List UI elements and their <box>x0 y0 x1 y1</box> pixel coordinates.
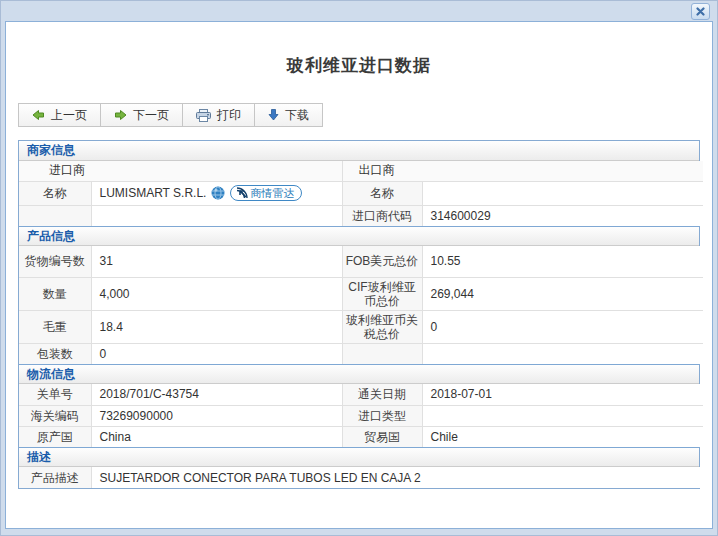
item-count-value: 31 <box>91 246 342 277</box>
exporter-subheader: 出口商 <box>343 162 704 179</box>
quantity-label: 数量 <box>19 277 91 310</box>
print-button[interactable]: 打印 <box>182 103 255 127</box>
prev-page-button[interactable]: 上一页 <box>18 103 101 127</box>
table-row: 产品描述 SUJETARDOR CONECTOR PARA TUBOS LED … <box>19 467 703 488</box>
section-product: 产品信息 货物编号数 31 FOB美元总价 10.55 数量 4,000 CIF… <box>19 226 699 364</box>
table-row: 关单号 2018/701/C-43754 通关日期 2018-07-01 <box>19 384 703 405</box>
data-table: 商家信息 进口商 出口商 名称 LUMISMART S.R.L. <box>18 140 700 489</box>
dialog-window: 玻利维亚进口数据 上一页 下一页 <box>0 0 718 536</box>
tariff-bob-label: 玻利维亚币关税总价 <box>342 310 422 343</box>
quantity-value: 4,000 <box>91 277 342 310</box>
customs-doc-value: 2018/701/C-43754 <box>91 384 342 405</box>
table-row: 名称 LUMISMART S.R.L. <box>19 181 703 205</box>
cif-bob-label: CIF玻利维亚币总价 <box>342 277 422 310</box>
gross-weight-value: 18.4 <box>91 310 342 343</box>
hs-code-label: 海关编码 <box>19 405 91 426</box>
section-logistics: 物流信息 关单号 2018/701/C-43754 通关日期 2018-07-0… <box>19 364 699 447</box>
tariff-bob-value: 0 <box>422 310 703 343</box>
close-icon <box>696 7 705 16</box>
fob-usd-value: 10.55 <box>422 246 703 277</box>
product-description-label: 产品描述 <box>19 467 91 488</box>
importer-code-value: 314600029 <box>422 205 703 226</box>
import-type-value <box>422 405 703 426</box>
table-row: 进口商代码 314600029 <box>19 205 703 226</box>
section-product-title: 产品信息 <box>19 226 699 246</box>
toolbar: 上一页 下一页 打印 <box>18 103 712 127</box>
download-arrow-blue-icon <box>268 109 279 121</box>
download-label: 下载 <box>285 107 309 124</box>
printer-icon <box>196 109 211 122</box>
table-row: 进口商 出口商 <box>19 161 703 181</box>
arrow-right-green-icon <box>114 109 127 121</box>
section-logistics-title: 物流信息 <box>19 364 699 384</box>
globe-icon[interactable] <box>211 186 225 200</box>
importer-subheader: 进口商 <box>19 162 342 179</box>
table-row: 数量 4,000 CIF玻利维亚币总价 269,044 <box>19 277 703 310</box>
logistics-table: 关单号 2018/701/C-43754 通关日期 2018-07-01 海关编… <box>19 384 703 447</box>
table-row: 海关编码 73269090000 进口类型 <box>19 405 703 426</box>
origin-country-value: China <box>91 426 342 447</box>
package-count-value: 0 <box>91 343 342 364</box>
table-row: 货物编号数 31 FOB美元总价 10.55 <box>19 246 703 277</box>
customs-doc-label: 关单号 <box>19 384 91 405</box>
prev-page-label: 上一页 <box>51 107 87 124</box>
page-title: 玻利维亚进口数据 <box>6 54 712 77</box>
table-row: 毛重 18.4 玻利维亚币关税总价 0 <box>19 310 703 343</box>
importer-name-value: LUMISMART S.R.L. <box>100 186 207 200</box>
cif-bob-value: 269,044 <box>422 277 703 310</box>
table-row: 原产国 China 贸易国 Chile <box>19 426 703 447</box>
section-merchant: 商家信息 进口商 出口商 名称 LUMISMART S.R.L. <box>19 141 699 226</box>
section-merchant-title: 商家信息 <box>19 141 699 161</box>
gross-weight-label: 毛重 <box>19 310 91 343</box>
next-page-button[interactable]: 下一页 <box>100 103 183 127</box>
close-button[interactable] <box>691 3 710 20</box>
dialog-panel: 玻利维亚进口数据 上一页 下一页 <box>5 21 713 529</box>
import-type-label: 进口类型 <box>342 405 422 426</box>
origin-country-label: 原产国 <box>19 426 91 447</box>
trade-country-value: Chile <box>422 426 703 447</box>
exporter-name-value <box>422 181 703 205</box>
business-radar-label: 商情雷达 <box>250 186 294 201</box>
product-description-value: SUJETARDOR CONECTOR PARA TUBOS LED EN CA… <box>91 467 703 488</box>
radar-icon <box>236 187 248 199</box>
product-table: 货物编号数 31 FOB美元总价 10.55 数量 4,000 CIF玻利维亚币… <box>19 246 703 364</box>
exporter-name-label: 名称 <box>342 181 422 205</box>
description-table: 产品描述 SUJETARDOR CONECTOR PARA TUBOS LED … <box>19 467 703 488</box>
fob-usd-label: FOB美元总价 <box>342 246 422 277</box>
section-description: 描述 产品描述 SUJETARDOR CONECTOR PARA TUBOS L… <box>19 447 699 488</box>
print-label: 打印 <box>217 107 241 124</box>
arrow-left-green-icon <box>32 109 45 121</box>
item-count-label: 货物编号数 <box>19 246 91 277</box>
clearance-date-label: 通关日期 <box>342 384 422 405</box>
table-row: 包装数 0 <box>19 343 703 364</box>
next-page-label: 下一页 <box>133 107 169 124</box>
importer-name-label: 名称 <box>19 181 91 205</box>
download-button[interactable]: 下载 <box>254 103 323 127</box>
package-count-label: 包装数 <box>19 343 91 364</box>
business-radar-badge[interactable]: 商情雷达 <box>230 185 302 201</box>
section-description-title: 描述 <box>19 447 699 467</box>
hs-code-value: 73269090000 <box>91 405 342 426</box>
clearance-date-value: 2018-07-01 <box>422 384 703 405</box>
merchant-table: 进口商 出口商 名称 LUMISMART S.R.L. <box>19 161 703 226</box>
importer-code-label: 进口商代码 <box>342 205 422 226</box>
trade-country-label: 贸易国 <box>342 426 422 447</box>
